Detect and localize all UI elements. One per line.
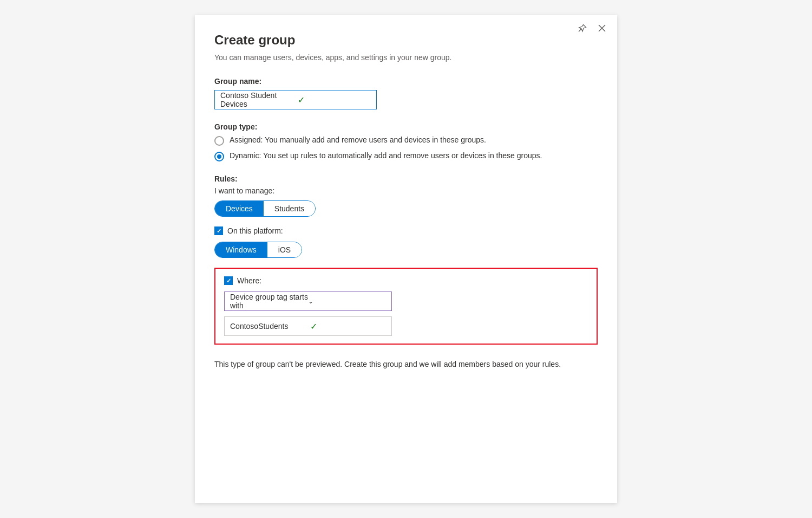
where-value-input[interactable]: ContosoStudents ✓: [224, 316, 392, 336]
rules-label: Rules:: [214, 174, 598, 183]
where-dropdown-value: Device group tag starts with: [230, 293, 308, 310]
radio-dynamic-label: Dynamic: You set up rules to automatical…: [230, 151, 542, 160]
panel-subtitle: You can manage users, devices, apps, and…: [214, 53, 598, 62]
radio-assigned-circle: [214, 136, 224, 146]
group-name-value: Contoso Student Devices: [220, 91, 293, 108]
where-checkbox-item: Where:: [224, 276, 588, 285]
radio-dynamic-circle: [214, 152, 224, 161]
group-name-section: Group name: Contoso Student Devices ✓: [214, 77, 598, 109]
rules-section: Rules: I want to manage: Devices Student…: [214, 174, 598, 345]
create-group-panel: Create group You can manage users, devic…: [195, 15, 617, 503]
toggle-windows[interactable]: Windows: [215, 242, 267, 257]
where-label: Where:: [237, 276, 261, 285]
group-type-radio-group: Assigned: You manually add and remove us…: [214, 135, 598, 161]
svg-line-0: [579, 29, 581, 32]
footer-text: This type of group can't be previewed. C…: [214, 360, 598, 368]
group-type-section: Group type: Assigned: You manually add a…: [214, 122, 598, 161]
toggle-ios[interactable]: iOS: [267, 242, 302, 257]
platform-checkbox-item: On this platform:: [214, 226, 598, 235]
platform-checkbox-label: On this platform:: [227, 226, 283, 235]
platform-checkbox[interactable]: [214, 226, 223, 235]
where-value-checkmark: ✓: [310, 321, 386, 332]
where-section: Where: Device group tag starts with ⌄ Co…: [214, 268, 598, 345]
radio-assigned[interactable]: Assigned: You manually add and remove us…: [214, 135, 598, 146]
close-button[interactable]: [595, 22, 608, 35]
dropdown-arrow-icon: ⌄: [308, 297, 386, 305]
group-name-input[interactable]: Contoso Student Devices ✓: [214, 90, 377, 109]
group-name-label: Group name:: [214, 77, 598, 86]
platform-toggle-group: Windows iOS: [214, 242, 302, 258]
manage-toggle-group: Devices Students: [214, 200, 316, 217]
group-name-checkmark: ✓: [298, 95, 371, 105]
pin-button[interactable]: [576, 22, 589, 35]
radio-assigned-label: Assigned: You manually add and remove us…: [230, 135, 486, 144]
panel-top-icons: [576, 22, 608, 35]
manage-label: I want to manage:: [214, 186, 598, 195]
where-dropdown[interactable]: Device group tag starts with ⌄: [224, 292, 392, 311]
where-value-text: ContosoStudents: [230, 322, 306, 331]
radio-dynamic[interactable]: Dynamic: You set up rules to automatical…: [214, 151, 598, 161]
where-checkbox[interactable]: [224, 276, 233, 285]
toggle-students[interactable]: Students: [264, 201, 315, 216]
group-type-label: Group type:: [214, 122, 598, 131]
toggle-devices[interactable]: Devices: [215, 201, 264, 216]
panel-title: Create group: [214, 33, 598, 48]
